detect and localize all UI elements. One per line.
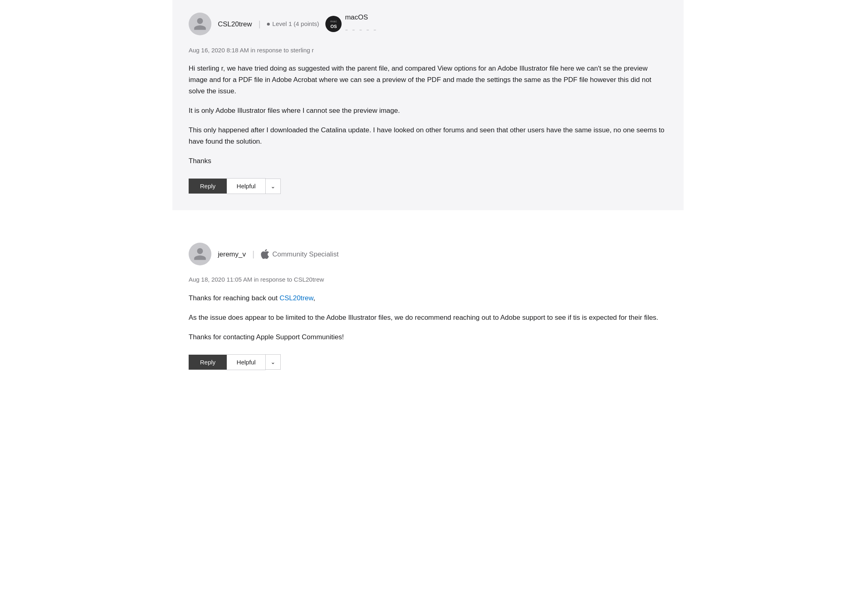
- post-actions-1: Reply Helpful ⌄: [189, 178, 667, 194]
- avatar-2: [189, 243, 211, 265]
- post-meta-1: Aug 16, 2020 8:18 AM in response to ster…: [189, 46, 667, 55]
- level-text-1: Level 1 (4 points): [272, 19, 319, 29]
- post-1: CSL20trew | Level 1 (4 points) mac OS ma…: [172, 0, 684, 210]
- intro-after-link: ,: [313, 294, 315, 302]
- divider-2: |: [252, 248, 254, 260]
- level-badge-1: Level 1 (4 points): [267, 19, 319, 29]
- paragraph-2-1: As the issue does appear to be limited t…: [189, 312, 667, 323]
- paragraph-1-3: This only happened after I downloaded th…: [189, 125, 667, 147]
- macos-text: macOS: [345, 12, 377, 23]
- macos-icon-1: mac OS: [325, 16, 342, 32]
- reply-button-1[interactable]: Reply: [189, 179, 227, 194]
- reply-button-2[interactable]: Reply: [189, 355, 227, 370]
- intro-before-link: Thanks for reaching back out: [189, 294, 280, 302]
- page-container: CSL20trew | Level 1 (4 points) mac OS ma…: [172, 0, 684, 386]
- paragraph-2-intro: Thanks for reaching back out CSL20trew,: [189, 293, 667, 304]
- macos-dots: - - - - -: [345, 23, 377, 36]
- avatar-1: [189, 13, 211, 35]
- username-1: CSL20trew: [218, 19, 252, 30]
- divider-1: |: [258, 18, 260, 30]
- paragraph-1-2: It is only Adobe Illustrator files where…: [189, 105, 667, 116]
- apple-logo-icon: [261, 249, 269, 259]
- macos-badge-1: mac OS macOS - - - - -: [325, 12, 377, 36]
- paragraph-1-4: Thanks: [189, 155, 667, 167]
- username-2: jeremy_v: [218, 249, 246, 260]
- csl20trew-link[interactable]: CSL20trew: [280, 294, 313, 302]
- macos-mac-text: mac: [330, 19, 337, 24]
- post-actions-2: Reply Helpful ⌄: [189, 354, 667, 370]
- user-info-2: jeremy_v | Community Specialist: [218, 248, 339, 260]
- community-badge: Community Specialist: [261, 249, 338, 260]
- post-meta-2: Aug 18, 2020 11:05 AM in response to CSL…: [189, 275, 667, 284]
- post-content-1: Hi sterling r, we have tried doing as su…: [189, 63, 667, 167]
- community-specialist-label: Community Specialist: [272, 249, 338, 260]
- post-2: jeremy_v | Community Specialist Aug 18, …: [172, 226, 684, 386]
- post-header-2: jeremy_v | Community Specialist: [189, 243, 667, 265]
- post-content-2: Thanks for reaching back out CSL20trew, …: [189, 293, 667, 343]
- paragraph-1-1: Hi sterling r, we have tried doing as su…: [189, 63, 667, 97]
- paragraph-2-2: Thanks for contacting Apple Support Comm…: [189, 332, 667, 343]
- post-header-1: CSL20trew | Level 1 (4 points) mac OS ma…: [189, 12, 667, 36]
- user-info-1: CSL20trew | Level 1 (4 points) mac OS ma…: [218, 12, 377, 36]
- helpful-dropdown-2[interactable]: ⌄: [266, 354, 281, 370]
- post-spacer: [172, 210, 684, 226]
- helpful-button-2[interactable]: Helpful: [227, 354, 266, 370]
- macos-label-area: macOS - - - - -: [345, 12, 377, 36]
- helpful-button-1[interactable]: Helpful: [227, 178, 266, 194]
- macos-os-text: OS: [330, 24, 337, 29]
- level-dot-1: [267, 23, 270, 26]
- helpful-dropdown-1[interactable]: ⌄: [266, 179, 281, 194]
